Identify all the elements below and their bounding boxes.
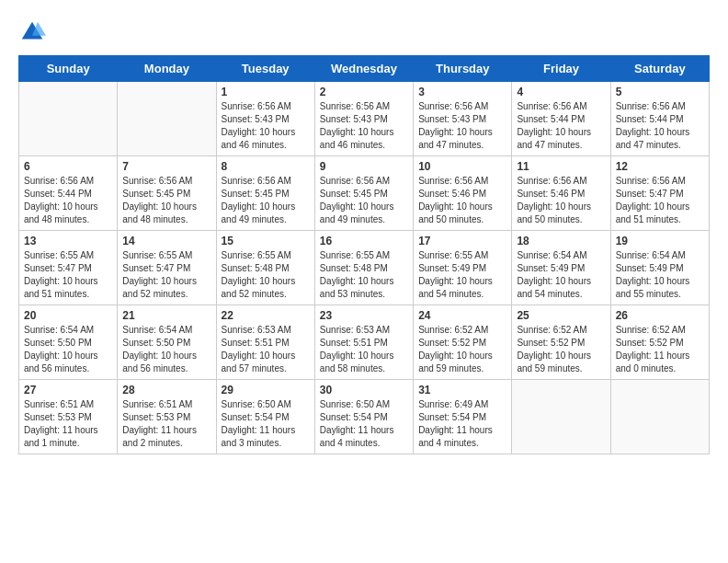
day-header-monday: Monday (118, 56, 216, 82)
cell-content: Sunrise: 6:56 AM Sunset: 5:45 PM Dayligh… (320, 175, 408, 226)
calendar-cell: 23Sunrise: 6:53 AM Sunset: 5:51 PM Dayli… (314, 305, 413, 380)
cell-content: Sunrise: 6:52 AM Sunset: 5:52 PM Dayligh… (418, 324, 506, 375)
calendar-cell: 17Sunrise: 6:55 AM Sunset: 5:49 PM Dayli… (414, 231, 512, 305)
day-number: 26 (616, 309, 704, 322)
day-number: 29 (222, 384, 310, 396)
calendar-cell: 6Sunrise: 6:56 AM Sunset: 5:44 PM Daylig… (19, 156, 118, 231)
calendar-cell (512, 380, 610, 454)
cell-content: Sunrise: 6:55 AM Sunset: 5:47 PM Dayligh… (122, 249, 210, 301)
day-number: 8 (222, 160, 310, 173)
calendar-cell: 25Sunrise: 6:52 AM Sunset: 5:52 PM Dayli… (512, 305, 610, 380)
calendar-week-1: 6Sunrise: 6:56 AM Sunset: 5:44 PM Daylig… (19, 156, 710, 231)
calendar-cell: 26Sunrise: 6:52 AM Sunset: 5:52 PM Dayli… (610, 305, 709, 380)
day-number: 11 (517, 160, 605, 173)
day-number: 21 (122, 309, 210, 322)
cell-content: Sunrise: 6:56 AM Sunset: 5:45 PM Dayligh… (222, 175, 310, 226)
day-number: 13 (24, 235, 112, 247)
cell-content: Sunrise: 6:56 AM Sunset: 5:43 PM Dayligh… (418, 100, 506, 152)
logo-icon (18, 18, 46, 46)
day-number: 28 (122, 384, 210, 396)
cell-content: Sunrise: 6:55 AM Sunset: 5:48 PM Dayligh… (222, 249, 310, 301)
day-number: 17 (418, 235, 506, 247)
calendar-cell: 16Sunrise: 6:55 AM Sunset: 5:48 PM Dayli… (314, 231, 413, 305)
day-number: 12 (616, 160, 704, 173)
day-number: 16 (320, 235, 408, 247)
cell-content: Sunrise: 6:56 AM Sunset: 5:44 PM Dayligh… (24, 175, 112, 226)
cell-content: Sunrise: 6:55 AM Sunset: 5:49 PM Dayligh… (418, 249, 506, 301)
day-number: 4 (517, 86, 605, 98)
calendar-cell (610, 380, 709, 454)
day-number: 23 (320, 309, 408, 322)
calendar-table: SundayMondayTuesdayWednesdayThursdayFrid… (18, 55, 710, 454)
calendar-week-0: 1Sunrise: 6:56 AM Sunset: 5:43 PM Daylig… (19, 82, 710, 156)
cell-content: Sunrise: 6:50 AM Sunset: 5:54 PM Dayligh… (320, 398, 408, 450)
day-header-wednesday: Wednesday (314, 56, 413, 82)
calendar-cell: 31Sunrise: 6:49 AM Sunset: 5:54 PM Dayli… (414, 380, 512, 454)
day-number: 6 (24, 160, 112, 173)
calendar-cell: 3Sunrise: 6:56 AM Sunset: 5:43 PM Daylig… (414, 82, 512, 156)
cell-content: Sunrise: 6:53 AM Sunset: 5:51 PM Dayligh… (320, 324, 408, 375)
calendar-cell: 5Sunrise: 6:56 AM Sunset: 5:44 PM Daylig… (610, 82, 709, 156)
cell-content: Sunrise: 6:56 AM Sunset: 5:44 PM Dayligh… (616, 100, 704, 152)
day-number: 7 (122, 160, 210, 173)
cell-content: Sunrise: 6:56 AM Sunset: 5:44 PM Dayligh… (517, 100, 605, 152)
day-header-saturday: Saturday (610, 56, 709, 82)
calendar-cell: 27Sunrise: 6:51 AM Sunset: 5:53 PM Dayli… (19, 380, 118, 454)
cell-content: Sunrise: 6:54 AM Sunset: 5:49 PM Dayligh… (616, 249, 704, 301)
page-header (18, 18, 710, 46)
day-number: 15 (222, 235, 310, 247)
cell-content: Sunrise: 6:54 AM Sunset: 5:50 PM Dayligh… (122, 324, 210, 375)
day-header-tuesday: Tuesday (216, 56, 314, 82)
calendar-cell: 22Sunrise: 6:53 AM Sunset: 5:51 PM Dayli… (216, 305, 314, 380)
day-header-sunday: Sunday (19, 56, 118, 82)
cell-content: Sunrise: 6:55 AM Sunset: 5:47 PM Dayligh… (24, 249, 112, 301)
cell-content: Sunrise: 6:56 AM Sunset: 5:46 PM Dayligh… (418, 175, 506, 226)
day-number: 19 (616, 235, 704, 247)
cell-content: Sunrise: 6:51 AM Sunset: 5:53 PM Dayligh… (122, 398, 210, 450)
calendar-cell: 14Sunrise: 6:55 AM Sunset: 5:47 PM Dayli… (118, 231, 216, 305)
cell-content: Sunrise: 6:55 AM Sunset: 5:48 PM Dayligh… (320, 249, 408, 301)
day-number: 22 (222, 309, 310, 322)
cell-content: Sunrise: 6:50 AM Sunset: 5:54 PM Dayligh… (222, 398, 310, 450)
cell-content: Sunrise: 6:52 AM Sunset: 5:52 PM Dayligh… (616, 324, 704, 375)
calendar-cell: 2Sunrise: 6:56 AM Sunset: 5:43 PM Daylig… (314, 82, 413, 156)
calendar-cell: 7Sunrise: 6:56 AM Sunset: 5:45 PM Daylig… (118, 156, 216, 231)
cell-content: Sunrise: 6:49 AM Sunset: 5:54 PM Dayligh… (418, 398, 506, 450)
day-header-thursday: Thursday (414, 56, 512, 82)
calendar-cell: 8Sunrise: 6:56 AM Sunset: 5:45 PM Daylig… (216, 156, 314, 231)
day-number: 3 (418, 86, 506, 98)
day-number: 14 (122, 235, 210, 247)
calendar-week-2: 13Sunrise: 6:55 AM Sunset: 5:47 PM Dayli… (19, 231, 710, 305)
calendar-cell: 9Sunrise: 6:56 AM Sunset: 5:45 PM Daylig… (314, 156, 413, 231)
day-number: 9 (320, 160, 408, 173)
calendar-week-3: 20Sunrise: 6:54 AM Sunset: 5:50 PM Dayli… (19, 305, 710, 380)
day-number: 18 (517, 235, 605, 247)
day-number: 5 (616, 86, 704, 98)
cell-content: Sunrise: 6:56 AM Sunset: 5:46 PM Dayligh… (517, 175, 605, 226)
days-header-row: SundayMondayTuesdayWednesdayThursdayFrid… (19, 56, 710, 82)
cell-content: Sunrise: 6:56 AM Sunset: 5:43 PM Dayligh… (320, 100, 408, 152)
cell-content: Sunrise: 6:53 AM Sunset: 5:51 PM Dayligh… (222, 324, 310, 375)
cell-content: Sunrise: 6:52 AM Sunset: 5:52 PM Dayligh… (517, 324, 605, 375)
calendar-cell: 20Sunrise: 6:54 AM Sunset: 5:50 PM Dayli… (19, 305, 118, 380)
calendar-cell: 10Sunrise: 6:56 AM Sunset: 5:46 PM Dayli… (414, 156, 512, 231)
logo (18, 18, 48, 46)
calendar-cell: 4Sunrise: 6:56 AM Sunset: 5:44 PM Daylig… (512, 82, 610, 156)
calendar-cell: 11Sunrise: 6:56 AM Sunset: 5:46 PM Dayli… (512, 156, 610, 231)
calendar-cell: 12Sunrise: 6:56 AM Sunset: 5:47 PM Dayli… (610, 156, 709, 231)
calendar-cell: 21Sunrise: 6:54 AM Sunset: 5:50 PM Dayli… (118, 305, 216, 380)
calendar-cell: 15Sunrise: 6:55 AM Sunset: 5:48 PM Dayli… (216, 231, 314, 305)
day-number: 25 (517, 309, 605, 322)
day-number: 1 (222, 86, 310, 98)
day-number: 2 (320, 86, 408, 98)
cell-content: Sunrise: 6:54 AM Sunset: 5:50 PM Dayligh… (24, 324, 112, 375)
cell-content: Sunrise: 6:54 AM Sunset: 5:49 PM Dayligh… (517, 249, 605, 301)
day-number: 27 (24, 384, 112, 396)
cell-content: Sunrise: 6:56 AM Sunset: 5:47 PM Dayligh… (616, 175, 704, 226)
calendar-cell (118, 82, 216, 156)
day-number: 24 (418, 309, 506, 322)
calendar-week-4: 27Sunrise: 6:51 AM Sunset: 5:53 PM Dayli… (19, 380, 710, 454)
calendar-cell: 29Sunrise: 6:50 AM Sunset: 5:54 PM Dayli… (216, 380, 314, 454)
calendar-cell: 24Sunrise: 6:52 AM Sunset: 5:52 PM Dayli… (414, 305, 512, 380)
day-header-friday: Friday (512, 56, 610, 82)
